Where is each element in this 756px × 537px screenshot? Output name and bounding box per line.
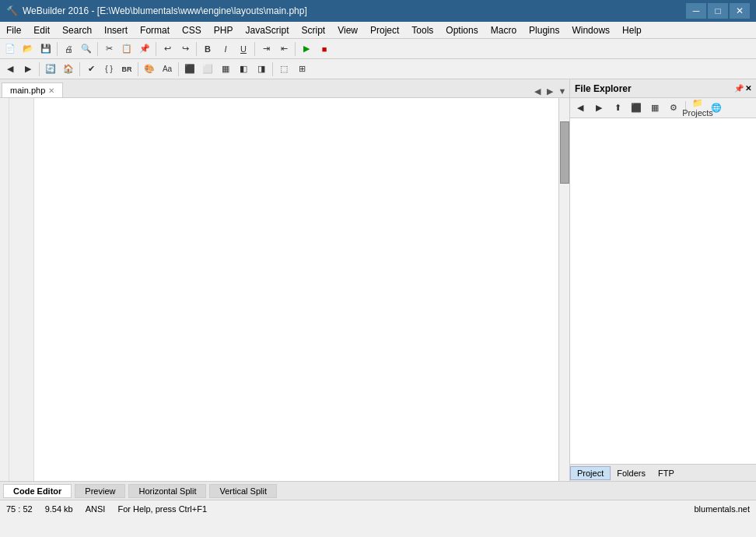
tb-extra1[interactable]: ◧ xyxy=(235,61,252,78)
fe-pin-icon[interactable]: 📌 xyxy=(734,84,744,93)
tb-redo[interactable]: ↪ xyxy=(177,40,194,58)
menu-javascript[interactable]: JavaScript xyxy=(239,22,295,38)
toolbar-1: 📄 📂 💾 🖨 🔍 ✂ 📋 📌 ↩ ↪ B I U ⇥ ⇤ ▶ ■ xyxy=(0,39,756,59)
tb-align-right[interactable]: ▦ xyxy=(217,61,234,78)
fe-tab-folders[interactable]: Folders xyxy=(611,467,652,479)
menu-macro[interactable]: Macro xyxy=(485,22,523,38)
menu-insert[interactable]: Insert xyxy=(98,22,134,38)
menu-format[interactable]: Format xyxy=(134,22,176,38)
tb-align-center[interactable]: ⬜ xyxy=(199,61,216,78)
close-button[interactable]: ✕ xyxy=(730,3,750,19)
tb-color[interactable]: 🎨 xyxy=(141,61,158,78)
tb-paste[interactable]: 📌 xyxy=(136,40,153,58)
tab-preview[interactable]: Preview xyxy=(75,484,125,498)
window-title: WeBuilder 2016 - [E:\Web\blumentals\www\… xyxy=(23,5,686,16)
tb-outdent[interactable]: ⇤ xyxy=(275,40,292,58)
brand: blumentals.net xyxy=(694,504,750,514)
tb-indent[interactable]: ⇥ xyxy=(257,40,275,58)
fe-back-btn[interactable]: ◀ xyxy=(572,100,589,117)
tb-extra3[interactable]: ⬚ xyxy=(275,61,292,78)
menu-tools[interactable]: Tools xyxy=(405,22,439,38)
editor-scrollbar[interactable] xyxy=(558,98,569,481)
sep10 xyxy=(178,62,179,76)
nav-menu-icon[interactable]: ▼ xyxy=(557,86,568,97)
fe-view-btn[interactable]: ⬛ xyxy=(628,100,645,117)
editor-area: main.php ✕ ◀ ▶ ▼ xyxy=(0,79,569,481)
tab-close-icon[interactable]: ✕ xyxy=(48,86,54,95)
menu-help[interactable]: Help xyxy=(616,22,648,38)
sep9 xyxy=(138,62,138,76)
code-editor[interactable] xyxy=(0,98,569,481)
tb-italic[interactable]: I xyxy=(217,40,234,58)
sep5 xyxy=(254,42,255,56)
tab-label: main.php xyxy=(10,86,45,95)
tb-cut[interactable]: ✂ xyxy=(100,40,117,58)
menu-plugins[interactable]: Plugins xyxy=(523,22,565,38)
menu-file[interactable]: File xyxy=(0,22,27,38)
minimize-button[interactable]: ─ xyxy=(686,3,706,19)
tb-bold[interactable]: B xyxy=(199,40,216,58)
fe-forward-btn[interactable]: ▶ xyxy=(590,100,607,117)
tb-open[interactable]: 📂 xyxy=(19,40,37,58)
help-text: For Help, press Ctrl+F1 xyxy=(117,504,207,514)
code-area[interactable] xyxy=(34,98,558,481)
tb-extra4[interactable]: ⊞ xyxy=(293,61,310,78)
tb-br[interactable]: BR xyxy=(118,61,135,78)
tb-back[interactable]: ◀ xyxy=(2,61,19,78)
tb-comment[interactable]: { } xyxy=(100,61,117,78)
tb-save[interactable]: 💾 xyxy=(37,40,54,58)
tab-code-editor[interactable]: Code Editor xyxy=(3,484,72,498)
menu-edit[interactable]: Edit xyxy=(27,22,56,38)
fold-marker[interactable] xyxy=(0,98,9,111)
tb-print[interactable]: 🖨 xyxy=(60,40,77,58)
fe-close-icon[interactable]: ✕ xyxy=(745,84,751,93)
menu-php[interactable]: PHP xyxy=(208,22,240,38)
tb-align-left[interactable]: ⬛ xyxy=(181,61,198,78)
menu-windows[interactable]: Windows xyxy=(565,22,616,38)
menu-search[interactable]: Search xyxy=(56,22,98,38)
file-explorer: File Explorer 📌 ✕ ◀ ▶ ⬆ ⬛ ▦ ⚙ 📁 Projects… xyxy=(569,79,756,481)
tab-vertical-split[interactable]: Vertical Split xyxy=(209,484,277,498)
scroll-thumb[interactable] xyxy=(560,121,569,184)
fe-tab-ftp[interactable]: FTP xyxy=(652,467,681,479)
tb-stop[interactable]: ■ xyxy=(316,40,333,58)
tb-copy[interactable]: 📋 xyxy=(118,40,135,58)
bottom-tabs: Code Editor Preview Horizontal Split Ver… xyxy=(0,481,756,500)
tab-bar: main.php ✕ ◀ ▶ ▼ xyxy=(0,79,569,98)
menu-options[interactable]: Options xyxy=(439,22,484,38)
fe-options-btn[interactable]: ⚙ xyxy=(665,100,682,117)
fe-globe-btn[interactable]: 🌐 xyxy=(708,100,725,117)
tb-run[interactable]: ▶ xyxy=(298,40,315,58)
nav-prev-icon[interactable]: ◀ xyxy=(532,86,543,97)
tb-font[interactable]: Aa xyxy=(159,61,176,78)
nav-next-icon[interactable]: ▶ xyxy=(544,86,555,97)
fe-up-btn[interactable]: ⬆ xyxy=(609,100,626,117)
sep7 xyxy=(39,62,40,76)
maximize-button[interactable]: □ xyxy=(708,3,728,19)
tab-horizontal-split[interactable]: Horizontal Split xyxy=(128,484,206,498)
statusbar: 75 : 52 9.54 kb ANSI For Help, press Ctr… xyxy=(0,500,756,517)
tb-undo[interactable]: ↩ xyxy=(159,40,176,58)
menu-project[interactable]: Project xyxy=(364,22,405,38)
fe-toolbar: ◀ ▶ ⬆ ⬛ ▦ ⚙ 📁 Projects 🌐 xyxy=(570,98,756,118)
tb-underline[interactable]: U xyxy=(235,40,252,58)
tb-extra2[interactable]: ◨ xyxy=(253,61,270,78)
menu-view[interactable]: View xyxy=(331,22,364,38)
app-icon: 🔨 xyxy=(6,5,18,16)
menu-css[interactable]: CSS xyxy=(176,22,208,38)
fe-view2-btn[interactable]: ▦ xyxy=(646,100,663,117)
fe-projects-btn[interactable]: 📁 Projects xyxy=(689,100,706,117)
fe-tab-project[interactable]: Project xyxy=(570,466,611,480)
tb-forward[interactable]: ▶ xyxy=(19,61,37,78)
tb-home[interactable]: 🏠 xyxy=(60,61,77,78)
tab-main-php[interactable]: main.php ✕ xyxy=(2,82,63,97)
tb-find[interactable]: 🔍 xyxy=(78,40,95,58)
menu-script[interactable]: Script xyxy=(296,22,332,38)
tb-validate[interactable]: ✔ xyxy=(82,61,100,78)
sep2 xyxy=(97,42,98,56)
tb-new[interactable]: 📄 xyxy=(2,40,19,58)
file-explorer-title: File Explorer xyxy=(575,83,632,94)
fe-tabs: Project Folders FTP xyxy=(570,464,756,481)
tb-refresh[interactable]: 🔄 xyxy=(42,61,59,78)
file-explorer-header: File Explorer 📌 ✕ xyxy=(570,79,756,98)
